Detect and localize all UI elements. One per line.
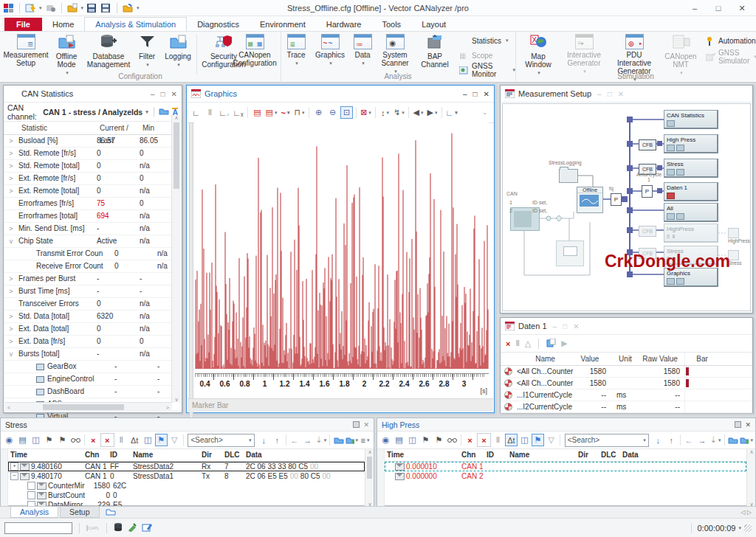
scroll-left-icon[interactable]: < — [4, 405, 13, 410]
app-icon[interactable] — [3, 3, 14, 13]
col-dir[interactable]: Dir — [202, 449, 224, 461]
col-id[interactable]: ID — [110, 449, 133, 461]
new-page-icon[interactable] — [546, 339, 556, 349]
table-row[interactable]: > Burst Time [ms] - - — [4, 285, 182, 298]
close-icon[interactable]: ✕ — [731, 1, 753, 15]
signal-window-icon[interactable]: ▤ — [251, 106, 264, 119]
data-button[interactable]: ≔ Data — [350, 34, 375, 66]
daten-titlebar[interactable]: Daten 1 – □ ✕ — [501, 318, 752, 335]
forward-icon[interactable]: → — [301, 434, 314, 446]
clear-icon[interactable]: × — [87, 434, 100, 446]
zoom-in-icon[interactable]: ⊕ — [312, 106, 325, 119]
statistics-icon[interactable]: ▤ — [16, 434, 29, 446]
can-statistics-titlebar[interactable]: CAN Statistics – □ ✕ — [4, 86, 182, 103]
tab-analysis-stimulation[interactable]: Analysis & Stimulation — [84, 17, 187, 31]
tab-home[interactable]: Home — [42, 18, 84, 31]
close-icon[interactable]: ✕ — [745, 421, 751, 429]
expander-icon[interactable]: > — [4, 173, 18, 184]
scroll-up-icon[interactable]: ∧ — [365, 449, 374, 455]
step-style-icon[interactable]: ⊓ — [293, 106, 306, 119]
gnss-simulator-button[interactable]: GNSS Simulator — [706, 51, 756, 63]
prev-marker-icon[interactable]: ◀ — [412, 106, 425, 119]
col-statistic[interactable]: Statistic — [18, 122, 97, 134]
zoom-box-icon[interactable]: ⊡ — [340, 106, 353, 119]
tools-icon[interactable] — [127, 522, 137, 533]
export-folder-icon[interactable] — [740, 434, 753, 446]
pause-icon[interactable]: Ⅱ — [115, 434, 128, 446]
diagram-block-daten-1[interactable]: Daten 1 — [664, 182, 718, 201]
close-icon[interactable]: ✕ — [363, 421, 369, 429]
marker-bar[interactable]: Marker Bar — [188, 398, 493, 412]
expander-icon[interactable] — [4, 210, 18, 222]
tab-diagnostics[interactable]: Diagnostics — [187, 18, 250, 31]
statistics-icon[interactable]: ▤ — [393, 434, 405, 446]
clear-all-icon[interactable]: × — [100, 433, 114, 447]
toolbar-overflow-icon[interactable]: ⌄ — [478, 106, 491, 119]
close-icon[interactable]: ✕ — [171, 90, 177, 98]
filter-flag-icon[interactable]: ⚑ — [532, 434, 544, 446]
table-row[interactable]: > Busload [%] 86.57 86.05 — [4, 135, 182, 148]
info-icon[interactable]: ◉ — [379, 434, 392, 446]
table-row[interactable]: DashBoard - - — [4, 386, 182, 398]
delta-time-icon[interactable]: Δt — [505, 434, 518, 446]
next-marker-icon[interactable]: ▶ — [426, 106, 439, 119]
expander-icon[interactable]: > — [4, 223, 18, 235]
table-row[interactable]: v Bursts [total] - n/a — [4, 348, 182, 361]
search-input[interactable]: <Search>▾ — [188, 434, 254, 447]
expander-icon[interactable]: > — [4, 135, 18, 147]
vertical-scrollbar[interactable]: ∧ ∨ — [171, 115, 181, 403]
horizontal-scrollbar[interactable]: < > — [4, 402, 172, 412]
scroll-up-icon[interactable]: ∧ — [172, 115, 181, 121]
load-flag-icon[interactable]: ⚑ — [433, 434, 445, 446]
scroll-right-icon[interactable]: > — [163, 405, 172, 410]
table-row[interactable]: Receive Error Count 0 n/a — [4, 260, 182, 273]
delta-time-icon[interactable]: Δt — [128, 434, 141, 446]
graphics-button[interactable]: ~~ Graphics — [313, 34, 347, 66]
fit-signal-icon[interactable]: ↯ — [393, 106, 405, 119]
measurement-diagram[interactable]: CAN Statistics High Press Stress Daten 1… — [502, 103, 751, 311]
table-row[interactable]: Transceiver Errors 0 n/a — [4, 298, 182, 311]
load-flag-icon[interactable]: ⚑ — [56, 434, 69, 446]
save-flag-icon[interactable]: ⚑ — [419, 434, 432, 446]
tab-setup[interactable]: Setup — [60, 507, 99, 518]
fixed-columns-icon[interactable]: ◫ — [518, 434, 531, 446]
minimize-icon[interactable]: – — [684, 1, 706, 15]
expander-icon[interactable]: > — [4, 323, 18, 335]
zoom-out-icon[interactable]: ⊖ — [326, 106, 339, 119]
measurement-setup-titlebar[interactable]: Measurement Setup – □ ✕ — [501, 86, 752, 103]
pin-icon[interactable] — [735, 421, 741, 428]
diagram-block-can-statistics[interactable]: CAN Statistics — [664, 110, 718, 129]
table-row[interactable]: <All Ch...Counter 1580 1580 — [501, 366, 752, 378]
col-data[interactable]: Data — [622, 449, 746, 461]
table-row[interactable]: > Ext. Remote [fr/s] 0 0 — [4, 173, 182, 185]
highpress-dock-titlebar[interactable]: High Press ✕ — [377, 418, 755, 432]
table-row[interactable]: Transmit Error Coun 0 n/a — [4, 248, 182, 260]
col-dlc[interactable]: DLC — [224, 449, 246, 461]
tab-layout[interactable]: Layout — [411, 18, 456, 31]
filter-column-icon[interactable]: ▽ — [545, 434, 557, 446]
legend-splitter[interactable] — [189, 122, 193, 426]
diagram-block-high-press[interactable]: High Press — [664, 134, 718, 153]
table-row[interactable]: Errorframes [fr/s] 75 0 — [4, 198, 182, 210]
trigger-icon[interactable]: △ — [525, 339, 531, 348]
trace-button[interactable]: ≣ Trace — [282, 34, 310, 66]
maximize-icon[interactable]: □ — [608, 90, 612, 98]
col-raw-value[interactable]: Raw Value — [640, 353, 684, 365]
open-folder-icon[interactable] — [726, 434, 739, 446]
table-row[interactable]: > Frames per Burst - - — [4, 273, 182, 285]
signal-plot[interactable] — [195, 122, 489, 373]
expander-icon[interactable] — [4, 361, 18, 373]
map-window-button[interactable]: Map Window — [518, 34, 558, 76]
close-icon[interactable]: ✕ — [573, 322, 579, 330]
diagram-block-highpress-disabled[interactable]: HighPress0 Ⅱ — [664, 224, 718, 243]
table-row[interactable]: <All Ch...Counter 1580 1580 — [501, 378, 752, 389]
col-time[interactable]: Time — [385, 449, 461, 461]
dropdown-caret[interactable]: ▾ — [137, 5, 140, 11]
measurement-setup-button[interactable]: ≣ Measurement Setup — [4, 34, 47, 67]
expander-icon[interactable]: > — [4, 148, 18, 159]
measure-x-icon[interactable]: ∟˒ — [218, 106, 230, 119]
generator-block-disabled[interactable] — [556, 240, 584, 266]
filter-button[interactable]: Filter — [134, 34, 159, 68]
trace-row[interactable]: 0.000010 CAN 1 — [385, 462, 746, 471]
col-name[interactable]: Name — [515, 353, 574, 365]
